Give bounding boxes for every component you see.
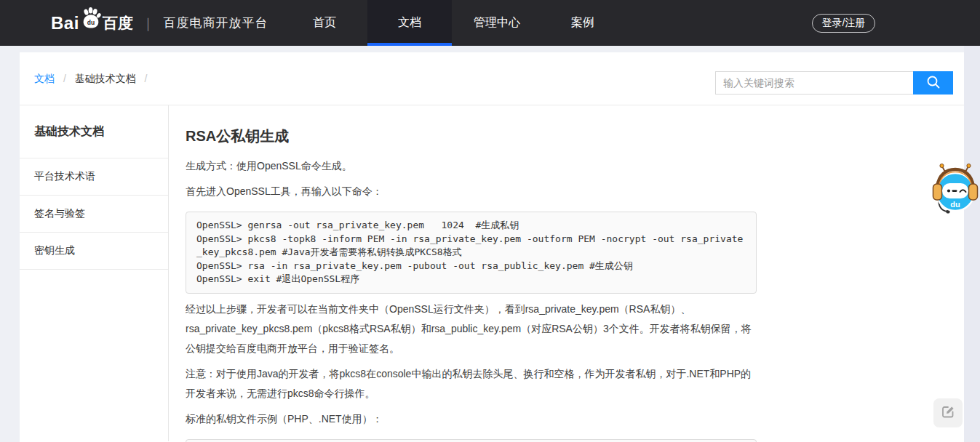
main-nav: 首页 文档 管理中心 案例 bbox=[292, 0, 616, 46]
docs-sidebar: 基础技术文档 平台技术术语 签名与验签 密钥生成 bbox=[20, 105, 169, 441]
nav-item-admin-center[interactable]: 管理中心 bbox=[457, 0, 537, 46]
page-scrollbar[interactable] bbox=[964, 46, 980, 442]
content-card: 文档 / 基础技术文档 / 基础技术文档 平台技术术语 签名与验签 密钥生 bbox=[20, 52, 964, 442]
nav-item-home[interactable]: 首页 bbox=[292, 0, 357, 46]
breadcrumb-separator: / bbox=[145, 73, 148, 84]
logo-text-cn: 百度 bbox=[103, 13, 133, 33]
svg-text:du: du bbox=[87, 19, 95, 26]
search-button[interactable] bbox=[913, 71, 953, 95]
product-name: 百度电商开放平台 bbox=[164, 15, 268, 31]
baidu-logo[interactable]: Bai du 百度 ｜ 百度电商开放平台 bbox=[51, 0, 268, 46]
para-steps-result: 经过以上步骤，开发者可以在当前文件夹中（OpenSSL运行文件夹），看到rsa_… bbox=[186, 300, 757, 358]
main-row: 基础技术文档 平台技术术语 签名与验签 密钥生成 RSA公私钥生成 生成方式：使… bbox=[20, 105, 964, 441]
para-example-label: 标准的私钥文件示例（PHP、.NET使用）： bbox=[186, 409, 757, 429]
sidebar-item-sign-verify[interactable]: 签名与验签 bbox=[20, 196, 168, 233]
nav-item-docs-active[interactable]: 文档 bbox=[367, 0, 452, 46]
breadcrumb-row: 文档 / 基础技术文档 / bbox=[20, 52, 964, 105]
du-robot-mascot[interactable]: du bbox=[932, 161, 979, 218]
breadcrumb: 文档 / 基础技术文档 / bbox=[34, 73, 153, 86]
keyword-search bbox=[715, 71, 953, 95]
para-java-note: 注意：对于使用Java的开发者，将pkcs8在console中输出的私钥去除头尾… bbox=[186, 364, 757, 403]
search-icon bbox=[925, 74, 941, 92]
breadcrumb-separator: / bbox=[63, 73, 66, 84]
login-register-button[interactable]: 登录/注册 bbox=[812, 14, 875, 33]
feedback-edit-button[interactable] bbox=[933, 398, 963, 427]
code-block-openssl-commands: OpenSSL> genrsa -out rsa_private_key.pem… bbox=[186, 212, 757, 294]
article: RSA公私钥生成 生成方式：使用OpenSSL命令生成。 首先进入OpenSSL… bbox=[186, 105, 757, 441]
edit-icon bbox=[941, 405, 955, 422]
mascot-du-label: du bbox=[950, 200, 960, 209]
sidebar-item-key-generation[interactable]: 密钥生成 bbox=[20, 233, 168, 270]
code-block-private-key-example: -----BEGIN RSA PRIVATE KEY----- MIICXQIB… bbox=[186, 439, 757, 442]
para-intro: 首先进入OpenSSL工具，再输入以下命令： bbox=[186, 182, 757, 201]
sidebar-title: 基础技术文档 bbox=[20, 105, 168, 158]
baidu-paw-icon: du bbox=[80, 7, 102, 33]
nav-item-cases[interactable]: 案例 bbox=[550, 0, 616, 46]
sidebar-item-platform-terms[interactable]: 平台技术术语 bbox=[20, 158, 168, 196]
top-navbar: Bai du 百度 ｜ 百度电商开放平台 首页 文档 管理中心 案例 登录/注册 bbox=[0, 0, 980, 46]
logo-divider: ｜ bbox=[142, 15, 155, 32]
para-generation-method: 生成方式：使用OpenSSL命令生成。 bbox=[186, 156, 757, 176]
breadcrumb-current: 基础技术文档 bbox=[75, 73, 136, 84]
breadcrumb-docs-link[interactable]: 文档 bbox=[34, 73, 55, 84]
page-title: RSA公私钥生成 bbox=[186, 126, 757, 146]
logo-text-bai: Bai bbox=[51, 13, 79, 33]
search-input[interactable] bbox=[715, 71, 913, 95]
